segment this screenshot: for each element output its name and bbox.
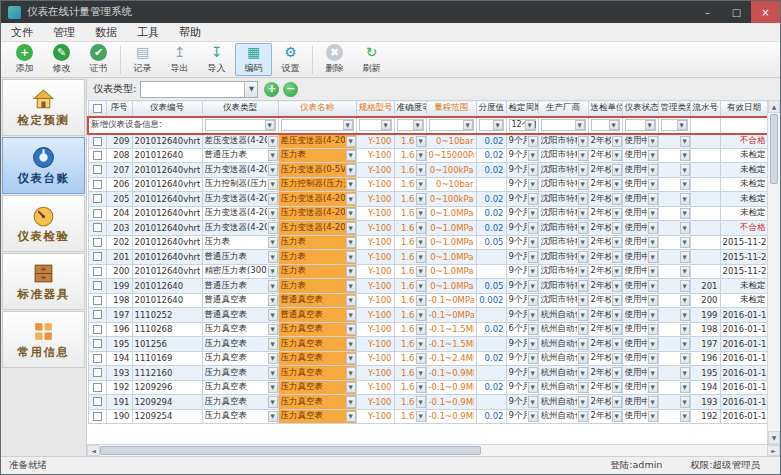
dropdown-arrow-icon[interactable]: ▼ [680,324,690,336]
dropdown-arrow-icon[interactable]: ▼ [578,295,588,307]
horizontal-scroll-thumb[interactable] [100,446,481,455]
row-checkbox[interactable] [93,383,102,392]
row-checkbox[interactable] [93,151,102,160]
table-row[interactable]: 195101256压力真空表▼压力真空表▼Y-1001.6▼-0.1~1.5MP… [88,337,767,352]
delete-button[interactable]: ✖删除 [316,43,353,76]
dropdown-arrow-icon[interactable]: ▼ [346,222,356,234]
dropdown-arrow-icon[interactable]: ▼ [416,179,426,191]
record-button[interactable]: ▤记录 [124,43,161,76]
dropdown-arrow-icon[interactable]: ▼ [680,150,690,162]
dropdown-arrow-icon[interactable]: ▼ [268,382,278,394]
table-row[interactable]: 209201012640vhrthy差压变送器(4-20mA)▼差压变送器(4-… [88,134,767,149]
dropdown-arrow-icon[interactable]: ▼ [528,367,538,379]
dropdown-arrow-icon[interactable]: ▼ [677,120,687,130]
dropdown-arrow-icon[interactable]: ▼ [680,237,690,249]
dropdown-arrow-icon[interactable]: ▼ [578,411,588,423]
table-row[interactable]: 1921209296压力真空表▼压力真空表▼Y-1001.6▼-0.1~0.9M… [88,380,767,395]
dropdown-arrow-icon[interactable]: ▼ [648,193,658,205]
row-checkbox[interactable] [93,267,102,276]
dropdown-arrow-icon[interactable]: ▼ [528,280,538,292]
dropdown-arrow-icon[interactable]: ▼ [528,353,538,365]
dropdown-arrow-icon[interactable]: ▼ [528,136,538,147]
dropdown-arrow-icon[interactable]: ▼ [612,179,622,191]
settings-button[interactable]: ⚙设置 [272,43,309,76]
chevron-down-icon[interactable]: ▼ [244,82,257,97]
dropdown-arrow-icon[interactable]: ▼ [528,324,538,336]
dropdown-arrow-icon[interactable]: ▼ [680,266,690,278]
dropdown-arrow-icon[interactable]: ▼ [578,193,588,205]
row-checkbox[interactable] [93,209,102,218]
dropdown-arrow-icon[interactable]: ▼ [346,266,356,278]
dropdown-arrow-icon[interactable]: ▼ [346,396,356,408]
dropdown-arrow-icon[interactable]: ▼ [416,382,426,394]
dropdown-arrow-icon[interactable]: ▼ [528,208,538,220]
dropdown-arrow-icon[interactable]: ▼ [612,353,622,365]
dropdown-arrow-icon[interactable]: ▼ [268,295,278,307]
table-row[interactable]: 1941110169压力真空表▼压力真空表▼Y-1001.6▼-0.1~2.4M… [88,351,767,366]
minimize-button[interactable]: – [693,1,722,23]
dropdown-arrow-icon[interactable]: ▼ [416,150,426,162]
dropdown-arrow-icon[interactable]: ▼ [612,411,622,423]
column-header-unit[interactable]: 送检单位 [588,101,622,117]
dropdown-arrow-icon[interactable]: ▼ [268,208,278,220]
dropdown-arrow-icon[interactable]: ▼ [416,396,426,408]
table-row[interactable]: 205201012640vhrthy压力变送器(4-20mA)▼压力变送器(4-… [88,192,767,207]
table-row[interactable]: 206201012640vhrthy压力控制器(压力开关)▼压力控制器(压力开关… [88,177,767,192]
dropdown-arrow-icon[interactable]: ▼ [416,136,426,147]
maximize-button[interactable]: □ [722,1,751,23]
dropdown-arrow-icon[interactable]: ▼ [416,237,426,249]
dropdown-arrow-icon[interactable]: ▼ [612,164,622,176]
dropdown-arrow-icon[interactable]: ▼ [268,266,278,278]
dropdown-arrow-icon[interactable]: ▼ [612,150,622,162]
dropdown-arrow-icon[interactable]: ▼ [416,367,426,379]
scroll-track[interactable] [768,185,780,431]
close-button[interactable]: × [751,1,780,23]
row-checkbox[interactable] [93,296,102,305]
select-all-checkbox[interactable] [93,104,102,113]
dropdown-arrow-icon[interactable]: ▼ [463,120,473,130]
dropdown-arrow-icon[interactable]: ▼ [416,193,426,205]
dropdown-arrow-icon[interactable]: ▼ [346,353,356,365]
dropdown-arrow-icon[interactable]: ▼ [680,136,690,147]
row-checkbox[interactable] [93,180,102,189]
dropdown-arrow-icon[interactable]: ▼ [528,179,538,191]
dropdown-arrow-icon[interactable]: ▼ [680,338,690,350]
dropdown-arrow-icon[interactable]: ▼ [268,411,278,423]
column-header-status[interactable]: 仪表状态 [622,101,658,117]
dropdown-arrow-icon[interactable]: ▼ [680,164,690,176]
dropdown-arrow-icon[interactable]: ▼ [680,309,690,321]
new-row-input-range[interactable]: ▼ [429,119,474,131]
dropdown-arrow-icon[interactable]: ▼ [578,164,588,176]
new-row-input-unit[interactable]: ▼ [591,119,620,131]
dropdown-arrow-icon[interactable]: ▼ [648,251,658,263]
table-row[interactable]: 198201012640普通真空表▼普通真空表▼Y-1001.6▼-0.1~0M… [88,293,767,308]
dropdown-arrow-icon[interactable]: ▼ [575,120,585,130]
dropdown-arrow-icon[interactable]: ▼ [648,367,658,379]
barcode-button[interactable]: ▦编码 [235,43,272,76]
dropdown-arrow-icon[interactable]: ▼ [346,164,356,176]
export-button[interactable]: ↥导出 [161,43,198,76]
dropdown-arrow-icon[interactable]: ▼ [346,382,356,394]
select-all-header[interactable] [88,101,106,117]
menu-manage[interactable]: 管理 [43,23,85,41]
table-row[interactable]: 200201012640vhrthy精密压力表(300格)▼压力表▼Y-1001… [88,264,767,279]
dropdown-arrow-icon[interactable]: ▼ [609,120,619,130]
new-row-input-acc[interactable]: ▼ [397,119,424,131]
dropdown-arrow-icon[interactable]: ▼ [416,324,426,336]
dropdown-arrow-icon[interactable]: ▼ [612,324,622,336]
column-header-valid[interactable]: 有效日期 [720,101,767,117]
dropdown-arrow-icon[interactable]: ▼ [265,120,275,130]
dropdown-arrow-icon[interactable]: ▼ [343,120,353,130]
dropdown-arrow-icon[interactable]: ▼ [268,324,278,336]
column-header-div[interactable]: 分度值 [476,101,506,117]
table-row[interactable]: 208201012640普通压力表▼压力表▼Y-1001.6▼0~15000Pa… [88,148,767,163]
dropdown-arrow-icon[interactable]: ▼ [680,222,690,234]
row-checkbox[interactable] [93,223,102,232]
column-header-code[interactable]: 仪表编号 [132,101,202,117]
dropdown-arrow-icon[interactable]: ▼ [612,237,622,249]
dropdown-arrow-icon[interactable]: ▼ [416,164,426,176]
dropdown-arrow-icon[interactable]: ▼ [528,222,538,234]
sidebar-item-inspection[interactable]: 仪表检验 [2,195,85,252]
dropdown-arrow-icon[interactable]: ▼ [346,179,356,191]
dropdown-arrow-icon[interactable]: ▼ [680,411,690,423]
